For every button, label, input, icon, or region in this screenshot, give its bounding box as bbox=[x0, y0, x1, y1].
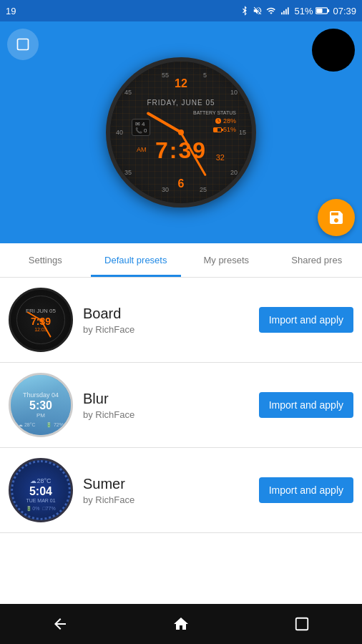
battery-icon bbox=[315, 6, 330, 15]
status-number: 19 bbox=[6, 6, 16, 16]
mute-icon bbox=[253, 6, 263, 16]
watch-am: AM bbox=[137, 146, 147, 153]
battery-indicator bbox=[213, 127, 222, 132]
tick-40: 40 bbox=[116, 129, 123, 136]
preset-author-board: by RichFace bbox=[83, 324, 249, 335]
home-button[interactable] bbox=[160, 610, 202, 638]
save-button[interactable] bbox=[318, 199, 355, 236]
battery-status-label: BATTERY STATUS bbox=[193, 110, 236, 115]
preset-thumb-blur: Thursday 04 5:30 PM ☁ 28°C 🔋 72% bbox=[9, 373, 73, 437]
preset-info-blur: Blur by RichFace bbox=[83, 391, 249, 420]
tab-shared-presets-label: Shared pres bbox=[291, 255, 342, 265]
tab-default-presets-label: Default presets bbox=[104, 255, 167, 265]
watch-date: FRIDAY, JUNE 05 bbox=[147, 99, 215, 107]
tab-my-presets[interactable]: My presets bbox=[181, 243, 272, 277]
watch-time: 7:39 bbox=[155, 137, 207, 164]
tab-my-presets-label: My presets bbox=[203, 255, 249, 265]
preset-author-sumer: by RichFace bbox=[83, 494, 249, 505]
svg-rect-6 bbox=[317, 9, 323, 13]
battery-percent: 51% bbox=[294, 6, 313, 16]
tick-5: 5 bbox=[203, 72, 207, 79]
tick-30: 30 bbox=[162, 186, 169, 193]
tick-25: 25 bbox=[200, 186, 207, 193]
watch-preview-section: 55 5 10 15 20 25 30 35 40 45 12 FRIDAY, … bbox=[0, 21, 362, 243]
watch-6: 6 bbox=[178, 177, 185, 190]
import-button-board[interactable]: Import and apply bbox=[259, 307, 353, 333]
tab-default-presets[interactable]: Default presets bbox=[91, 243, 182, 277]
tick-45: 45 bbox=[124, 89, 132, 96]
tick-10: 10 bbox=[230, 89, 238, 96]
profile-circle bbox=[312, 29, 355, 72]
tab-shared-presets[interactable]: Shared pres bbox=[272, 243, 363, 277]
notification-box: ✉4 📞0 bbox=[132, 119, 150, 136]
center-dot bbox=[178, 130, 184, 135]
battery-status-box: BATTERY STATUS 28% 51% bbox=[193, 110, 236, 134]
preset-item-board: FRI JUN 05 7:39 12:03 Board by RichFace … bbox=[0, 278, 362, 363]
status-right: 51% 07:39 bbox=[240, 6, 356, 16]
bottom-navigation bbox=[0, 604, 362, 644]
tick-15: 15 bbox=[239, 129, 246, 136]
recents-button[interactable] bbox=[280, 610, 323, 638]
svg-rect-3 bbox=[288, 7, 289, 14]
svg-rect-0 bbox=[282, 12, 283, 14]
square-button[interactable] bbox=[7, 29, 39, 60]
tab-settings-label: Settings bbox=[29, 255, 62, 265]
svg-rect-9 bbox=[295, 618, 308, 630]
tick-55: 55 bbox=[162, 72, 169, 79]
preset-name-board: Board bbox=[83, 306, 249, 322]
preset-name-sumer: Sumer bbox=[83, 476, 249, 492]
svg-rect-2 bbox=[285, 9, 287, 15]
svg-rect-1 bbox=[284, 11, 285, 14]
import-button-sumer[interactable]: Import and apply bbox=[259, 477, 353, 503]
preset-item-blur: Thursday 04 5:30 PM ☁ 28°C 🔋 72% Blur by… bbox=[0, 363, 362, 448]
svg-rect-7 bbox=[18, 39, 29, 50]
tick-35: 35 bbox=[124, 169, 132, 176]
bluetooth-icon bbox=[240, 6, 250, 16]
batt-val: 51% bbox=[223, 126, 236, 133]
preset-thumb-board: FRI JUN 05 7:39 12:03 bbox=[9, 288, 73, 352]
preset-info-board: Board by RichFace bbox=[83, 306, 249, 335]
preset-name-blur: Blur bbox=[83, 391, 249, 407]
preset-info-sumer: Sumer by RichFace bbox=[83, 476, 249, 505]
watch-seconds: 32 bbox=[216, 153, 225, 162]
preset-thumb-sumer: ☁28°C 5:04 TUE MAR 01 🔋0%□77% bbox=[9, 458, 73, 522]
status-left: 19 bbox=[6, 6, 16, 16]
tick-20: 20 bbox=[230, 169, 238, 176]
back-button[interactable] bbox=[39, 610, 82, 638]
preset-item-sumer: ☁28°C 5:04 TUE MAR 01 🔋0%□77% Sumer by R… bbox=[0, 448, 362, 533]
tab-settings[interactable]: Settings bbox=[0, 243, 91, 277]
watch-face: 55 5 10 15 20 25 30 35 40 45 12 FRIDAY, … bbox=[106, 57, 256, 208]
presets-list: FRI JUN 05 7:39 12:03 Board by RichFace … bbox=[0, 278, 362, 604]
preset-author-blur: by RichFace bbox=[83, 409, 249, 420]
signal-icon bbox=[280, 6, 291, 16]
import-button-blur[interactable]: Import and apply bbox=[259, 392, 353, 418]
svg-rect-5 bbox=[328, 9, 330, 12]
status-time: 07:39 bbox=[333, 6, 356, 16]
heart-val: 28% bbox=[223, 117, 236, 125]
status-bar: 19 51% 07:39 bbox=[0, 0, 362, 21]
wifi-icon bbox=[265, 6, 277, 16]
tabs-bar: Settings Default presets My presets Shar… bbox=[0, 243, 362, 278]
watch-12: 12 bbox=[175, 77, 187, 90]
